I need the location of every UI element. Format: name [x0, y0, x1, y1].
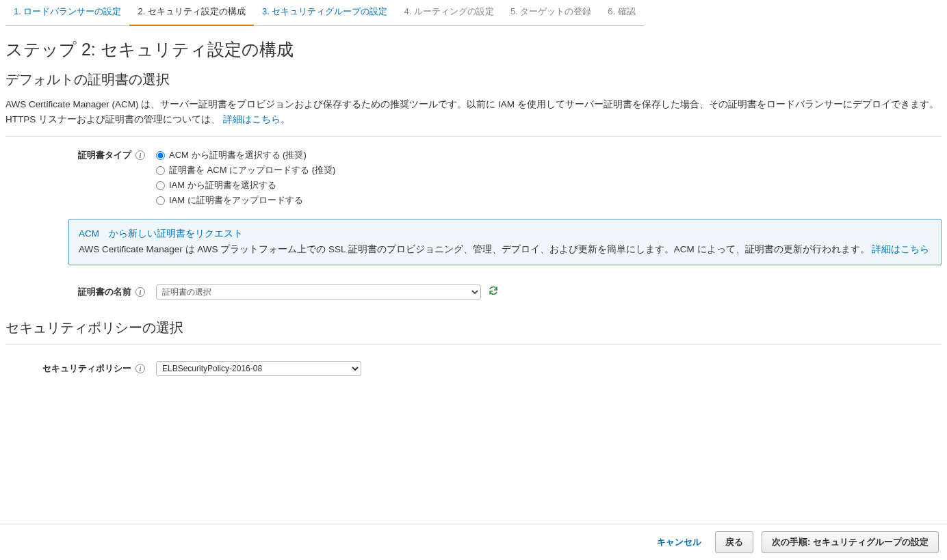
acm-desc-line: AWS Certificate Manager は AWS プラットフォーム上で… — [79, 242, 931, 258]
divider — [5, 136, 942, 137]
certificate-name-select[interactable]: 証明書の選択 — [156, 284, 481, 299]
wizard-tab-4: 4. ルーティングの設定 — [395, 0, 502, 26]
next-button[interactable]: 次の手順: セキュリティグループの設定 — [762, 531, 939, 553]
radio-acm-upload-input[interactable] — [156, 166, 165, 175]
label-col: 証明書タイプ i — [5, 148, 156, 161]
back-button[interactable]: 戻る — [715, 531, 753, 553]
acm-request-link[interactable]: から新しい証明書をリクエスト — [109, 228, 243, 239]
radio-iam-choose[interactable]: IAM から証明書を選択する — [156, 178, 942, 193]
security-policy-input-col: ELBSecurityPolicy-2016-08 — [156, 361, 942, 376]
radio-acm-choose[interactable]: ACM から証明書を選択する (推奨) — [156, 148, 942, 163]
section-default-cert-title: デフォルトの証明書の選択 — [0, 65, 947, 93]
section-default-cert-desc: AWS Certificate Manager (ACM) は、サーバー証明書を… — [0, 93, 947, 133]
info-icon[interactable]: i — [135, 364, 145, 373]
acm-info-box: ACM から新しい証明書をリクエスト AWS Certificate Manag… — [68, 219, 942, 265]
radio-acm-upload[interactable]: 証明書を ACM にアップロードする (推奨) — [156, 163, 942, 178]
radio-label: IAM から証明書を選択する — [169, 179, 276, 191]
wizard-tabs: 1. ロードバランサーの設定 2. セキュリティ設定の構成 3. セキュリティグ… — [0, 0, 947, 26]
desc-text: AWS Certificate Manager (ACM) は、サーバー証明書を… — [5, 99, 939, 124]
security-policy-label: セキュリティポリシー — [42, 362, 131, 375]
row-certificate-type: 証明書タイプ i ACM から証明書を選択する (推奨) 証明書を ACM にア… — [0, 144, 947, 212]
radio-acm-choose-input[interactable] — [156, 151, 165, 160]
info-icon[interactable]: i — [135, 287, 145, 297]
acm-more-link[interactable]: 詳細はこちら — [872, 244, 929, 254]
section-security-policy-title: セキュリティポリシーの選択 — [0, 313, 947, 341]
desc-more-link[interactable]: 詳細はこちら — [223, 114, 281, 124]
info-icon[interactable]: i — [135, 150, 145, 160]
certificate-name-input-col: 証明書の選択 — [156, 284, 942, 299]
refresh-icon[interactable] — [488, 285, 499, 299]
wizard-tab-5: 5. ターゲットの登録 — [502, 0, 599, 26]
security-policy-select[interactable]: ELBSecurityPolicy-2016-08 — [156, 361, 361, 376]
radio-label: IAM に証明書をアップロードする — [169, 194, 303, 206]
radio-iam-upload[interactable]: IAM に証明書をアップロードする — [156, 193, 942, 208]
label-col: セキュリティポリシー i — [5, 361, 156, 375]
wizard-tab-1[interactable]: 1. ロードバランサーの設定 — [5, 0, 129, 26]
label-col: 証明書の名前 i — [5, 284, 156, 298]
certificate-name-label: 証明書の名前 — [78, 286, 131, 298]
row-certificate-name: 証明書の名前 i 証明書の選択 — [0, 272, 947, 304]
radio-label: ACM から証明書を選択する (推奨) — [169, 149, 307, 161]
acm-request-line: ACM から新しい証明書をリクエスト — [79, 226, 931, 242]
desc-text-end: 。 — [281, 114, 290, 124]
wizard-tab-2[interactable]: 2. セキュリティ設定の構成 — [129, 0, 253, 26]
page-title: ステップ 2: セキュリティ設定の構成 — [0, 26, 947, 65]
acm-desc-text: AWS Certificate Manager は AWS プラットフォーム上で… — [79, 244, 872, 254]
certificate-type-options: ACM から証明書を選択する (推奨) 証明書を ACM にアップロードする (… — [156, 148, 942, 208]
radio-label: 証明書を ACM にアップロードする (推奨) — [169, 164, 335, 176]
acm-label[interactable]: ACM — [79, 228, 99, 239]
certificate-type-label: 証明書タイプ — [78, 149, 131, 161]
wizard-tab-6: 6. 確認 — [599, 0, 643, 26]
radio-iam-upload-input[interactable] — [156, 196, 165, 205]
wizard-footer: キャンセル 戻る 次の手順: セキュリティグループの設定 — [0, 524, 947, 560]
wizard-tab-3[interactable]: 3. セキュリティグループの設定 — [254, 0, 395, 26]
divider — [5, 344, 942, 345]
radio-iam-choose-input[interactable] — [156, 181, 165, 190]
cancel-button[interactable]: キャンセル — [651, 532, 707, 552]
row-security-policy: セキュリティポリシー i ELBSecurityPolicy-2016-08 — [0, 351, 947, 380]
